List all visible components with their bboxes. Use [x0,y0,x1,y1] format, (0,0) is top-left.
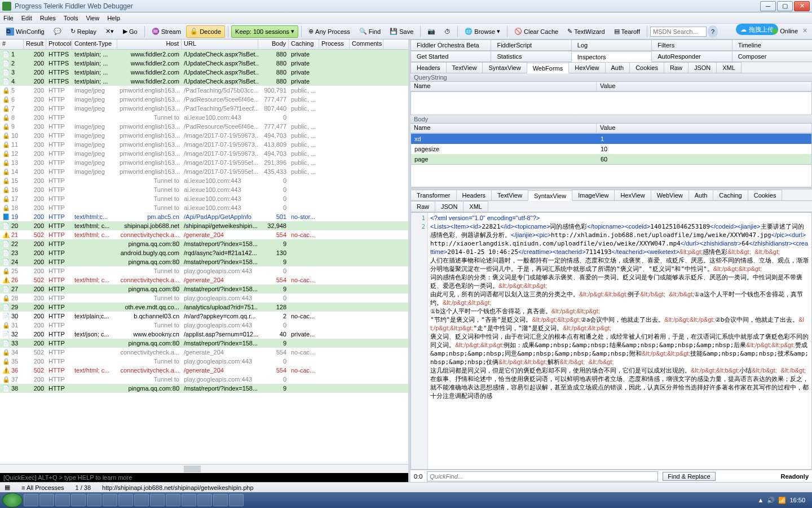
tab-imageview[interactable]: ImageView [572,190,615,200]
tab-syntaxview[interactable]: SyntaxView [482,62,527,73]
session-row[interactable]: 📄4200HTTPStext/plain; ...www.fiddler2.co… [0,77,408,86]
session-row[interactable]: 📄24200HTTPpingma.qq.com:80/mstat/report/… [0,257,408,266]
tab-timeline[interactable]: Timeline [732,40,812,50]
menu-view[interactable]: View [86,15,100,21]
task-icon[interactable] [229,494,244,506]
tab-xml[interactable]: XML [463,201,488,212]
session-row[interactable]: 🔒34502HTTPconnectivitycheck.a.../generat… [0,348,408,357]
tab-json[interactable]: JSON [435,201,464,212]
session-row[interactable]: 🔒8200HTTPTunnel toai.iexue100.com:4430 [0,113,408,122]
tab-headers[interactable]: Headers [456,190,492,200]
session-row[interactable]: 📄20200HTTPtext/html; c...shipinapi.job68… [0,221,408,230]
comment-button[interactable]: 💬 [50,25,65,38]
help-button[interactable]: ? [708,25,718,38]
textwizard-button[interactable]: ✎ TextWizard [563,25,608,38]
session-row[interactable]: 🔒11200HTTPimage/jpegpmworld.english163..… [0,140,408,149]
task-icon[interactable] [166,494,180,506]
menu-help[interactable]: Help [107,15,120,21]
keep-button[interactable]: Keep: 100 sessions ▾ [231,25,298,38]
session-row[interactable]: 🔒17200HTTPTunnel toai.iexue100.com:4430 [0,194,408,203]
task-icon[interactable] [71,494,86,506]
tab-json[interactable]: JSON [688,62,717,73]
session-row[interactable]: 📄33200HTTPpingma.qq.com:80/mstat/report/… [0,339,408,348]
body-grid[interactable]: xd1pagesize10page60 [411,133,812,165]
session-row[interactable]: 📄29200HTTPoth.eve.mdt.qq.co.../analytics… [0,303,408,312]
body-param-row[interactable]: xd1 [411,134,811,144]
session-row[interactable]: 🔒9200HTTPimage/jpegpmworld.english163...… [0,122,408,131]
task-icon[interactable] [150,494,165,506]
session-row[interactable]: 📄30200HTTPtext/plain;c...b.qchannel03.cn… [0,312,408,321]
session-row[interactable]: 📄27200HTTPpingma.qq.com:80/mstat/report/… [0,284,408,294]
session-row[interactable]: 🔒14200HTTPimage/jpegpmworld.english163..… [0,167,408,176]
session-row[interactable]: 📄22200HTTPpingma.qq.com:80/mstat/report/… [0,239,408,248]
session-row[interactable]: 📘19200HTTPtext/html;c...pm.abc5.cn/Api/P… [0,212,408,221]
task-icon[interactable] [24,494,38,506]
session-row[interactable]: 📄1200HTTPStext/plain; ...www.fiddler2.co… [0,50,408,59]
save-button[interactable]: 💾 Save [386,25,417,38]
quickexec-bar[interactable]: [QuickExec] ALT+Q > type HELP to learn m… [0,473,408,482]
tab-composer[interactable]: Composer [732,51,812,62]
tab-raw[interactable]: Raw [664,62,689,73]
session-row[interactable]: 🔒10200HTTPimage/jpegpmworld.english163..… [0,131,408,140]
session-row[interactable]: ⚠️36502HTTPtext/html; c...connectivitych… [0,366,408,375]
body-param-row[interactable]: page60 [411,154,811,164]
tab-fiddlerscript[interactable]: FiddlerScript [491,40,571,50]
syntax-view[interactable]: 12 <?xml version="1.0" encoding="utf-8"?… [411,212,812,470]
screenshot-button[interactable]: 📷 [423,25,439,38]
tab-auth[interactable]: Auth [605,62,630,73]
session-row[interactable]: 📄23200HTTPandroid.bugly.qq.com/rqd/async… [0,248,408,257]
tab-xml[interactable]: XML [716,62,742,73]
menu-rules[interactable]: Rules [40,15,56,21]
online-indicator[interactable]: Online✕ [772,27,807,34]
status-processes[interactable]: ≡ All Processes [21,484,64,491]
session-row[interactable]: 🔒18200HTTPTunnel toai.iexue100.com:4430 [0,203,408,212]
task-icon[interactable] [87,494,102,506]
body-param-row[interactable]: pagesize10 [411,144,811,154]
session-row[interactable]: 🔒16200HTTPTunnel toai.iexue100.com:4430 [0,185,408,194]
menu-file[interactable]: File [3,15,14,21]
start-button[interactable] [2,493,23,507]
menu-edit[interactable]: Edit [21,15,32,21]
session-row[interactable]: 🔒37200HTTPTunnel toplay.googleapis.com:4… [0,375,408,384]
session-row[interactable]: 🔒15200HTTPTunnel toai.iexue100.com:4430 [0,176,408,185]
task-icon[interactable] [118,494,133,506]
task-icon[interactable] [103,494,117,506]
session-row[interactable]: 🔒28200HTTPTunnel toplay.googleapis.com:4… [0,294,408,303]
session-row[interactable]: 📄3200HTTPStext/plain; ...www.fiddler2.co… [0,68,408,77]
anyprocess-button[interactable]: ⊕ Any Process [304,25,354,38]
tab-cookies[interactable]: Cookies [748,190,783,200]
capture-icon[interactable]: ▦ [5,484,10,491]
sessions-header[interactable]: #ResultProtocolContent-TypeHostURLBodyCa… [0,40,408,50]
tab-textview[interactable]: TextView [446,62,483,73]
close-button[interactable]: ✕ [794,1,810,11]
tab-log[interactable]: Log [571,40,652,50]
decode-button[interactable]: 🔓 Decode [186,25,225,38]
browse-button[interactable]: 🌐 Browse ▾ [461,25,504,38]
winconfig-button[interactable]: ⧉WinConfig [2,25,48,38]
session-row[interactable]: 🔒35200HTTPTunnel toplay.googleapis.com:4… [0,357,408,366]
querystring-grid[interactable] [411,91,812,115]
find-replace-button[interactable]: Find & Replace [663,472,715,481]
tearoff-button[interactable]: ▤ Tearoff [610,25,644,38]
task-icon[interactable] [134,494,149,506]
session-row[interactable]: 🔒7200HTTPimage/jpegpmworld.english163...… [0,104,408,113]
tab-filters[interactable]: Filters [651,40,732,50]
replay-button[interactable]: ↻ Replay [67,25,100,38]
session-row[interactable]: ⚠️21502HTTPtext/html; c...connectivitych… [0,230,408,239]
tab-webforms[interactable]: WebForms [527,63,570,73]
remove-button[interactable]: ✕▾ [102,25,118,38]
session-row[interactable]: 🔒13200HTTPimage/jpegpmworld.english163..… [0,158,408,167]
session-row[interactable]: 🔒25200HTTPTunnel toplay.googleapis.com:4… [0,266,408,275]
session-row[interactable]: ⚠️26502HTTPtext/html; c...connectivitych… [0,275,408,284]
task-icon[interactable] [182,494,196,506]
sessions-list[interactable]: 📄1200HTTPStext/plain; ...www.fiddler2.co… [0,50,408,464]
session-row[interactable]: 📄38200HTTPpingma.qq.com:80/mstat/report/… [0,384,408,393]
quickfind-input[interactable] [427,471,658,481]
tab-webview[interactable]: WebView [651,190,689,200]
session-row[interactable]: 🔒5200HTTPimage/jpegpmworld.english163...… [0,86,408,95]
menu-tools[interactable]: Tools [64,15,78,21]
tab-caching[interactable]: Caching [713,190,748,200]
stream-button[interactable]: ♒ Stream [148,25,185,38]
session-row[interactable]: 🔒31200HTTPTunnel toplay.googleapis.com:4… [0,321,408,330]
tab-auth[interactable]: Auth [689,190,714,200]
